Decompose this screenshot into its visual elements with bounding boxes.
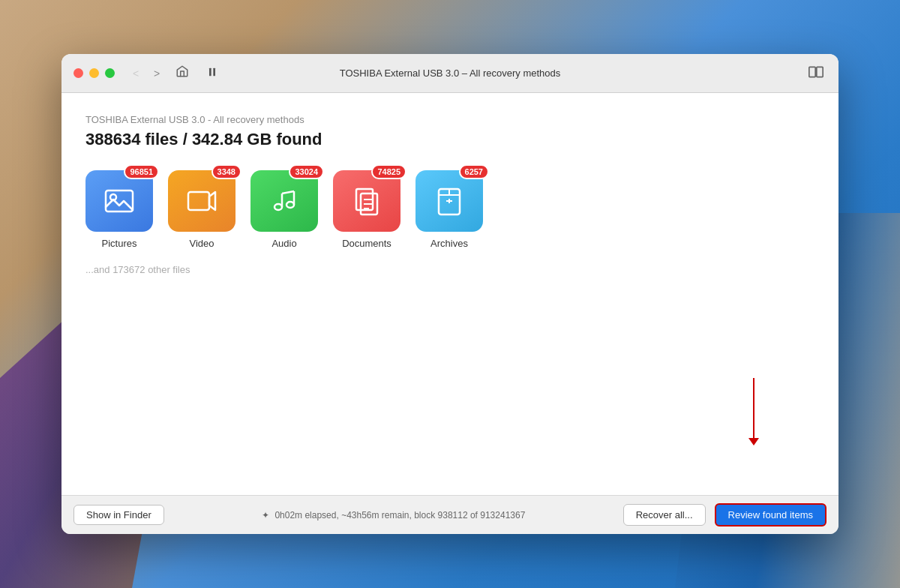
video-label: Video	[189, 238, 214, 249]
documents-icon-bg: 74825	[333, 170, 400, 232]
svg-rect-6	[188, 192, 209, 210]
category-pictures[interactable]: 96851 Pictures	[86, 170, 153, 249]
svg-rect-1	[213, 68, 215, 76]
close-button[interactable]	[74, 68, 83, 78]
svg-rect-3	[817, 67, 823, 76]
audio-label: Audio	[272, 238, 296, 249]
category-audio[interactable]: 33024 Audio	[250, 170, 318, 249]
reader-icon	[808, 66, 824, 81]
minimize-button[interactable]	[89, 68, 99, 78]
pause-icon	[206, 66, 218, 80]
maximize-button[interactable]	[105, 68, 115, 78]
archives-label: Archives	[430, 238, 468, 249]
status-area: ✦ 0h02m elapsed, ~43h56m remain, block 9…	[173, 510, 614, 520]
svg-rect-4	[106, 190, 133, 212]
review-found-items-button[interactable]: Review found items	[715, 503, 826, 526]
nav-controls: < >	[127, 64, 166, 82]
window-controls	[74, 68, 115, 78]
home-button[interactable]	[172, 63, 193, 84]
documents-badge: 74825	[371, 164, 406, 179]
arrow-line	[753, 378, 754, 438]
app-window: < > TOSHIBA External USB 3.0 –	[62, 54, 838, 534]
breadcrumb: TOSHIBA External USB 3.0 - All recovery …	[86, 114, 814, 125]
chevron-right-icon: >	[154, 68, 160, 80]
audio-badge: 33024	[289, 164, 324, 179]
recover-all-button[interactable]: Recover all...	[623, 504, 706, 526]
arrow-head	[748, 438, 759, 446]
pictures-icon-bg: 96851	[86, 170, 153, 232]
status-text: 0h02m elapsed, ~43h56m remain, block 938…	[274, 510, 525, 520]
page-title: 388634 files / 342.84 GB found	[86, 130, 814, 149]
svg-line-11	[282, 191, 294, 194]
arrow-annotation	[748, 378, 759, 446]
video-badge: 3348	[212, 164, 242, 179]
window-title: TOSHIBA External USB 3.0 – All recovery …	[340, 68, 561, 79]
footer: Show in Finder ✦ 0h02m elapsed, ~43h56m …	[62, 495, 838, 534]
category-archives[interactable]: 6257 Archives	[416, 170, 483, 249]
show-in-finder-button[interactable]: Show in Finder	[74, 505, 164, 525]
video-icon-bg: 3348	[168, 170, 236, 232]
category-video[interactable]: 3348 Video	[168, 170, 236, 249]
reader-button[interactable]	[806, 63, 826, 84]
svg-rect-2	[809, 67, 815, 76]
other-files-text: ...and 173672 other files	[86, 264, 814, 275]
forward-button[interactable]: >	[148, 64, 166, 82]
svg-rect-0	[209, 68, 212, 76]
spinner-icon: ✦	[262, 510, 269, 520]
svg-point-8	[286, 202, 294, 208]
title-bar: < > TOSHIBA External USB 3.0 –	[62, 54, 838, 93]
archives-badge: 6257	[459, 164, 489, 179]
categories-row: 96851 Pictures 3348	[86, 170, 814, 249]
back-button[interactable]: <	[127, 64, 145, 82]
pictures-badge: 96851	[124, 164, 159, 179]
svg-point-7	[274, 204, 282, 210]
audio-icon-bg: 33024	[250, 170, 318, 232]
home-icon	[176, 64, 189, 82]
pause-button[interactable]	[202, 63, 223, 84]
chevron-left-icon: <	[133, 68, 139, 80]
pictures-label: Pictures	[102, 238, 137, 249]
documents-label: Documents	[342, 238, 392, 249]
main-content: TOSHIBA External USB 3.0 - All recovery …	[62, 93, 838, 495]
archives-icon-bg: 6257	[416, 170, 483, 232]
category-documents[interactable]: 74825 Documents	[333, 170, 400, 249]
